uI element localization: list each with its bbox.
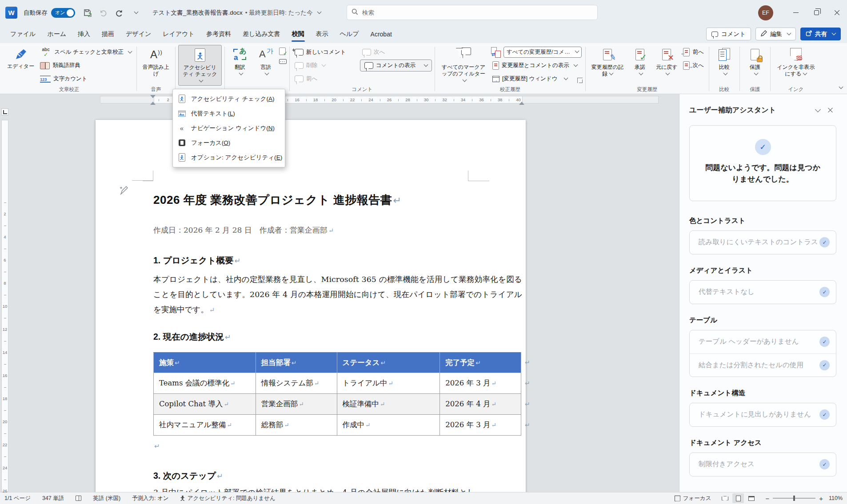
page-indicator[interactable]: 1/1 ページ: [4, 495, 31, 502]
table-cell[interactable]: 2026 年 3 月↵: [440, 373, 521, 394]
web-layout-button[interactable]: [746, 493, 757, 503]
left-indent-marker[interactable]: [150, 99, 156, 105]
delete-comment-button[interactable]: 削除: [292, 60, 359, 71]
accessibility-check-button[interactable]: アクセシビリティ チェック: [178, 45, 222, 86]
table-cell[interactable]: 2026 年 4 月↵: [440, 394, 521, 415]
panel-rule-item[interactable]: 代替テキストなし ✓: [690, 281, 836, 304]
vertical-ruler[interactable]: 2468101214161820222426: [0, 94, 10, 492]
table-cell[interactable]: トライアル中↵: [337, 373, 440, 394]
show-markup-button[interactable]: 変更履歴とコメントの表示: [490, 60, 583, 71]
word-count-button[interactable]: 文字カウント: [38, 73, 134, 85]
proofing-tools-icon[interactable]: [279, 48, 286, 55]
panel-rule-item[interactable]: ドキュメントに見出しがありません ✓: [690, 403, 836, 426]
tab-references[interactable]: 参考資料: [200, 25, 237, 43]
table-cell[interactable]: 社内マニュアル整備↵: [154, 415, 256, 436]
zoom-in-button[interactable]: +: [819, 495, 823, 502]
tab-review[interactable]: 校閲: [286, 25, 310, 43]
document-page[interactable]: 2026 年度 業務改善プロジェクト 進捗報告書↵ 作成日：2026 年 2 月…: [96, 120, 526, 492]
editing-mode-button[interactable]: 編集: [755, 28, 796, 40]
progress-table[interactable]: 施策↵ 担当部署↵ ステータス↵ 完了予定↵ Teams 会議の標準化↵ 情報シ…: [153, 352, 521, 436]
table-cell[interactable]: 作成中↵: [337, 415, 440, 436]
save-icon[interactable]: [82, 8, 92, 18]
tab-file[interactable]: ファイル: [4, 25, 41, 43]
document-meta-line[interactable]: 作成日：2026 年 2 月 28 日 作成者：営業企画部↵: [153, 225, 334, 235]
language-indicator[interactable]: 英語 (米国): [93, 495, 120, 502]
section-heading-2[interactable]: 2. 現在の進捗状況↵: [153, 331, 231, 343]
markup-state-combo[interactable]: ⇄ すべての変更履歴/コメ…: [490, 46, 583, 58]
table-header-cell[interactable]: 完了予定↵: [440, 353, 521, 373]
undo-icon[interactable]: [98, 8, 108, 18]
print-layout-button[interactable]: [732, 493, 744, 503]
document-title[interactable]: テスト文書_業務改善報告書.docx • 最終更新日時: たった今: [152, 9, 321, 17]
markup-filter-button[interactable]: すべてのマークアップのフィルター: [438, 45, 489, 85]
thesaurus-button[interactable]: 類義語辞典: [38, 60, 134, 71]
previous-change-button[interactable]: ← 前へ: [681, 46, 706, 58]
avatar[interactable]: EF: [758, 5, 773, 20]
paragraph-3[interactable]: 3 月中にパイロット部署での検証結果をとりまとめ、4 月の全社展開に向けた判断材…: [153, 485, 522, 492]
menu-item-alt-text[interactable]: 代替テキスト(L): [173, 106, 285, 121]
redo-icon[interactable]: [114, 8, 124, 18]
table-cell[interactable]: 総務部↵: [256, 415, 337, 436]
tab-design[interactable]: デザイン: [120, 25, 157, 43]
protect-button[interactable]: 保護: [743, 45, 767, 78]
word-count-indicator[interactable]: 347 単語: [42, 495, 64, 502]
read-mode-button[interactable]: [719, 493, 731, 503]
tab-acrobat[interactable]: Acrobat: [365, 25, 398, 43]
zoom-level[interactable]: 110%: [827, 495, 843, 501]
table-cell[interactable]: 情報システム部↵: [256, 373, 337, 394]
previous-comment-button[interactable]: 前へ: [292, 73, 359, 85]
tab-view[interactable]: 表示: [310, 25, 334, 43]
tab-selector-icon[interactable]: [1, 108, 8, 115]
table-cell[interactable]: Copilot Chat 導入↵: [154, 394, 256, 415]
editor-button[interactable]: エディター: [4, 45, 37, 71]
panel-rule-item[interactable]: テーブル ヘッダーがありません ✓: [690, 330, 836, 353]
restore-button[interactable]: [806, 4, 827, 22]
reject-button[interactable]: ✕ 元に戻す: [653, 45, 680, 78]
panel-close-icon[interactable]: [824, 105, 836, 115]
collapse-ribbon-icon[interactable]: [837, 83, 843, 91]
comments-button[interactable]: コメント: [706, 28, 751, 40]
tab-mailings[interactable]: 差し込み文書: [237, 25, 286, 43]
proofing-status-icon[interactable]: [76, 496, 81, 501]
read-aloud-button[interactable]: 音声読み上げ: [140, 45, 172, 78]
table-header-cell[interactable]: 施策↵: [154, 353, 256, 373]
table-header-cell[interactable]: ステータス↵: [337, 353, 440, 373]
focus-mode-button[interactable]: フォーカス: [675, 495, 711, 502]
autosave-toggle[interactable]: オン: [51, 8, 75, 18]
search-box[interactable]: [347, 5, 598, 20]
horizontal-ruler[interactable]: 246810121416182022242628303234363840: [10, 94, 679, 106]
search-input[interactable]: [362, 9, 593, 16]
tab-home[interactable]: ホーム: [41, 25, 72, 43]
panel-menu-chevron-icon[interactable]: [811, 105, 824, 115]
document-heading-title[interactable]: 2026 年度 業務改善プロジェクト 進捗報告書↵: [153, 192, 401, 208]
section-heading-1[interactable]: 1. プロジェクト概要↵: [153, 254, 240, 266]
zoom-slider-thumb[interactable]: [793, 496, 795, 501]
panel-rule-item[interactable]: 結合または分割されたセルの使用 ✓: [690, 353, 836, 377]
show-comments-button[interactable]: コメントの表示: [360, 60, 432, 71]
new-comment-button[interactable]: 新しいコメント: [292, 46, 359, 58]
share-button[interactable]: 共有: [800, 28, 841, 40]
section-heading-3[interactable]: 3. 次のステップ↵: [153, 470, 223, 482]
track-changes-button[interactable]: ✎ 変更履歴の記録: [588, 45, 627, 78]
minimize-button[interactable]: [786, 4, 806, 22]
word-logo-icon[interactable]: W: [5, 7, 17, 19]
tab-help[interactable]: ヘルプ: [334, 25, 365, 43]
menu-item-focus[interactable]: フォーカス(O): [173, 135, 285, 150]
tab-layout[interactable]: レイアウト: [157, 25, 200, 43]
table-cell[interactable]: Teams 会議の標準化↵: [154, 373, 256, 394]
customize-qat-chevron-icon[interactable]: [130, 8, 140, 18]
paragraph-1[interactable]: 本プロジェクトは、社内の定型業務を見直し、Microsoft 365 の標準機能…: [153, 272, 522, 317]
keyboard-icon[interactable]: [279, 59, 287, 64]
tab-draw[interactable]: 描画: [96, 25, 120, 43]
close-button[interactable]: [827, 4, 847, 22]
menu-item-navigation-pane[interactable]: ナビゲーション ウィンドウ(N): [173, 121, 285, 135]
panel-rule-item[interactable]: 制限付きアクセス ✓: [690, 453, 836, 476]
reviewing-pane-button[interactable]: [変更履歴] ウィンドウ: [490, 73, 583, 85]
spelling-grammar-button[interactable]: スペル チェックと文章校正: [38, 46, 134, 58]
next-change-button[interactable]: → 次へ: [681, 60, 706, 71]
translate-button[interactable]: 翻訳: [228, 45, 252, 78]
menu-item-accessibility-options[interactable]: オプション: アクセシビリティ(E): [173, 150, 285, 165]
accept-button[interactable]: ✓ 承諾: [627, 45, 652, 78]
right-indent-marker[interactable]: [519, 99, 524, 105]
table-cell[interactable]: 営業企画部↵: [256, 394, 337, 415]
